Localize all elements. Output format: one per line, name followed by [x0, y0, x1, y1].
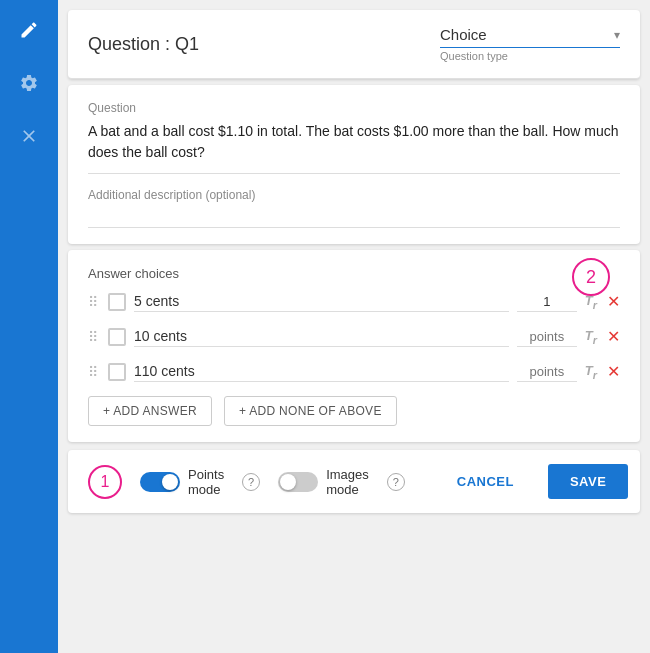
answer-points-2[interactable]: [517, 327, 577, 347]
answer-row-3: ⠿ Tr ✕: [88, 361, 620, 382]
drag-handle-icon[interactable]: ⠿: [88, 294, 98, 310]
answer-checkbox-1[interactable]: [108, 293, 126, 311]
additional-desc-input[interactable]: [88, 208, 620, 228]
cancel-button[interactable]: CANCEL: [441, 466, 530, 497]
answer-text-1[interactable]: [134, 291, 509, 312]
answers-card: Answer choices 2 ⠿ Tr ✕ ⠿ Tr ✕ ⠿ Tr ✕: [68, 250, 640, 442]
answer-checkbox-2[interactable]: [108, 328, 126, 346]
sidebar: [0, 0, 58, 653]
answer-points-1[interactable]: [517, 292, 577, 312]
drag-handle-icon-2[interactable]: ⠿: [88, 329, 98, 345]
edit-icon[interactable]: [19, 20, 39, 45]
dropdown-arrow-icon: ▾: [614, 28, 620, 42]
question-type-label: Choice: [440, 26, 487, 43]
add-buttons-row: + ADD ANSWER + ADD NONE OF ABOVE: [88, 396, 620, 426]
answer-text-3[interactable]: [134, 361, 509, 382]
settings-icon[interactable]: [19, 73, 39, 98]
points-mode-help-icon[interactable]: ?: [242, 473, 260, 491]
answer-text-2[interactable]: [134, 326, 509, 347]
points-mode-label: Points mode: [188, 467, 224, 497]
question-type-select[interactable]: Choice ▾: [440, 26, 620, 48]
delete-answer-2[interactable]: ✕: [607, 327, 620, 346]
header-card: Question : Q1 Choice ▾ Question type: [68, 10, 640, 79]
answer-checkbox-3[interactable]: [108, 363, 126, 381]
close-sidebar-icon[interactable]: [19, 126, 39, 151]
tr-button-2[interactable]: Tr: [585, 328, 597, 346]
question-title: Question : Q1: [88, 34, 199, 55]
main-content: Question : Q1 Choice ▾ Question type Que…: [58, 0, 650, 653]
question-text: A bat and a ball cost $1.10 in total. Th…: [88, 121, 620, 174]
delete-answer-3[interactable]: ✕: [607, 362, 620, 381]
add-answer-button[interactable]: + ADD ANSWER: [88, 396, 212, 426]
save-button[interactable]: SAVE: [548, 464, 628, 499]
points-mode-toggle[interactable]: [140, 472, 180, 492]
answer-points-3[interactable]: [517, 362, 577, 382]
bottom-badge: 1: [88, 465, 122, 499]
answer-row-1: ⠿ Tr ✕: [88, 291, 620, 312]
images-mode-help-icon[interactable]: ?: [387, 473, 405, 491]
points-mode-wrapper: Points mode: [140, 467, 224, 497]
question-card: Question A bat and a ball cost $1.10 in …: [68, 85, 640, 244]
add-none-button[interactable]: + ADD NONE OF ABOVE: [224, 396, 397, 426]
answers-badge: 2: [572, 258, 610, 296]
delete-answer-1[interactable]: ✕: [607, 292, 620, 311]
question-type-wrapper: Choice ▾ Question type: [440, 26, 620, 62]
additional-desc-label: Additional description (optional): [88, 188, 620, 202]
bottom-bar: 1 Points mode ? Images mode ? CANCEL SAV…: [68, 450, 640, 513]
images-mode-label: Images mode: [326, 467, 369, 497]
question-type-hint: Question type: [440, 50, 508, 62]
images-mode-toggle[interactable]: [278, 472, 318, 492]
drag-handle-icon-3[interactable]: ⠿: [88, 364, 98, 380]
answers-title: Answer choices: [88, 266, 620, 281]
images-mode-wrapper: Images mode: [278, 467, 369, 497]
answer-row-2: ⠿ Tr ✕: [88, 326, 620, 347]
question-section-label: Question: [88, 101, 620, 115]
tr-button-3[interactable]: Tr: [585, 363, 597, 381]
